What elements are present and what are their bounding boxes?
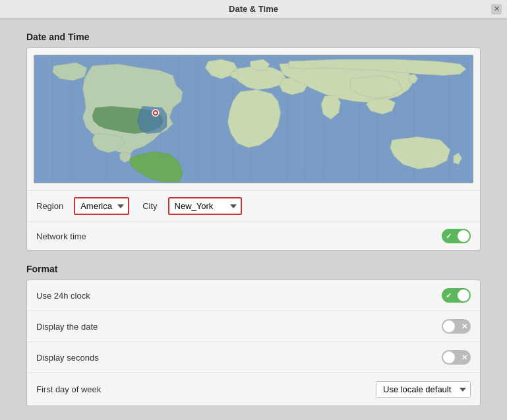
region-select[interactable]: America Europe Asia Africa Pacific <box>75 198 128 214</box>
timezone-map[interactable] <box>34 55 473 183</box>
toggle-knob <box>458 230 469 242</box>
toggle-x-icon: ✕ <box>462 322 467 331</box>
network-time-label: Network time <box>36 231 86 241</box>
format-row-24h: Use 24h clock ✓ <box>27 280 480 311</box>
close-button[interactable]: ✕ <box>491 4 502 15</box>
format-section-title: Format <box>26 264 481 274</box>
toggle-check-icon: ✓ <box>446 291 452 300</box>
network-time-toggle[interactable]: ✓ <box>442 229 471 243</box>
toggle-x-icon: ✕ <box>462 353 467 362</box>
toggle-24h[interactable]: ✓ <box>442 288 471 303</box>
format-row-date: Display the date ✕ <box>27 311 480 342</box>
network-time-row: Network time ✓ <box>27 222 480 250</box>
format-panel: Use 24h clock ✓ Display the date ✕ Displ… <box>26 280 481 406</box>
toggle-date[interactable]: ✕ <box>442 319 471 334</box>
content-area: Date and Time <box>0 18 507 420</box>
title-bar: Date & Time ✕ <box>0 0 507 18</box>
city-select-wrapper: New_York Los_Angeles Chicago Denver <box>168 197 242 215</box>
region-city-row: Region America Europe Asia Africa Pacifi… <box>27 190 480 222</box>
date-time-panel: Region America Europe Asia Africa Pacifi… <box>26 47 481 251</box>
format-label-date: Display the date <box>36 322 98 332</box>
locale-select-wrapper: Use locale default Monday Sunday Saturda… <box>376 381 471 398</box>
date-time-section-title: Date and Time <box>26 32 481 42</box>
title-bar-title: Date & Time <box>229 4 278 14</box>
map-svg <box>34 55 473 183</box>
format-label-seconds: Display seconds <box>36 353 99 363</box>
region-label: Region <box>36 201 63 211</box>
city-label: City <box>142 201 157 211</box>
toggle-seconds[interactable]: ✕ <box>442 350 471 365</box>
toggle-knob <box>443 320 455 332</box>
format-label-first-day: First day of week <box>36 384 101 394</box>
svg-point-26 <box>154 111 157 114</box>
region-select-wrapper: America Europe Asia Africa Pacific <box>74 197 129 215</box>
toggle-check-icon: ✓ <box>446 232 452 241</box>
format-row-seconds: Display seconds ✕ <box>27 342 480 373</box>
toggle-knob <box>458 289 469 301</box>
locale-select[interactable]: Use locale default Monday Sunday Saturda… <box>376 382 470 397</box>
format-label-24h: Use 24h clock <box>36 291 90 301</box>
format-row-first-day: First day of week Use locale default Mon… <box>27 373 480 405</box>
toggle-knob <box>443 351 455 363</box>
city-select[interactable]: New_York Los_Angeles Chicago Denver <box>169 198 241 214</box>
